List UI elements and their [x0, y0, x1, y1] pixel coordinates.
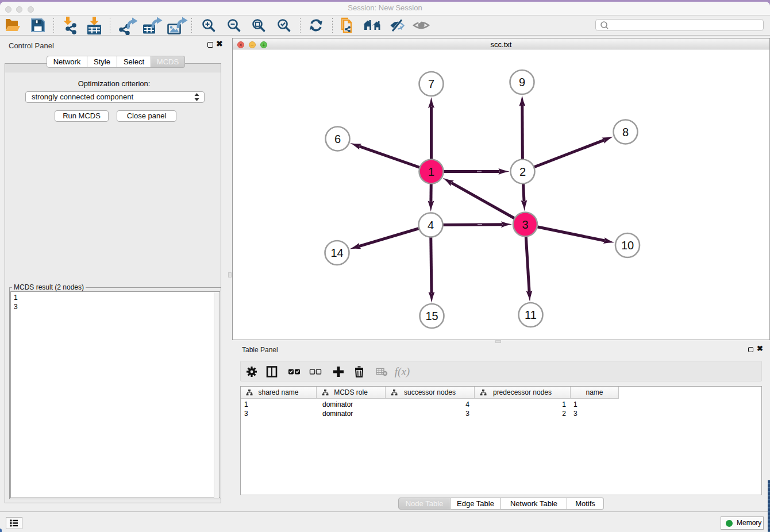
- svg-text:3: 3: [522, 218, 528, 231]
- svg-text:2: 2: [519, 165, 526, 178]
- svg-text:4: 4: [428, 219, 434, 232]
- svg-text:9: 9: [519, 76, 525, 88]
- svg-text:11: 11: [525, 309, 537, 321]
- svg-text:15: 15: [425, 310, 438, 322]
- svg-text:10: 10: [621, 239, 634, 252]
- svg-text:14: 14: [330, 246, 343, 259]
- svg-text:8: 8: [622, 126, 629, 138]
- svg-text:f(x): f(x): [395, 365, 410, 378]
- svg-text:1: 1: [428, 165, 434, 178]
- svg-text:7: 7: [428, 78, 434, 90]
- svg-text:6: 6: [334, 133, 341, 145]
